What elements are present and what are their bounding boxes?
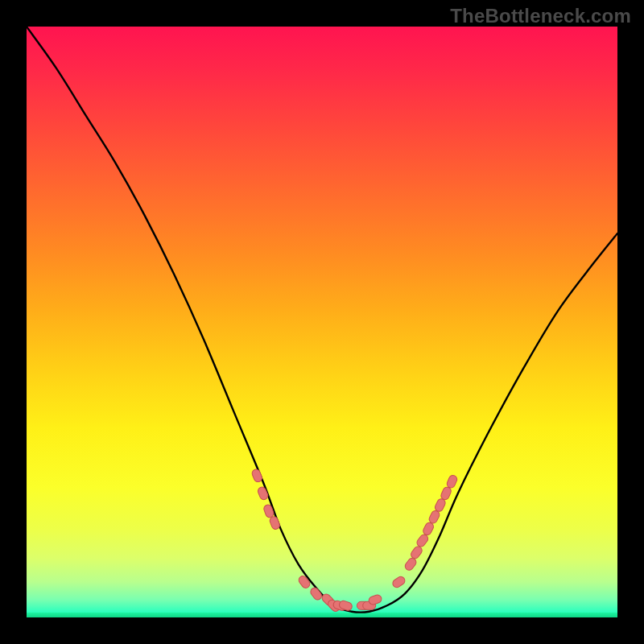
chart-overlay-svg: [27, 27, 617, 617]
highlight-marker: [403, 557, 418, 572]
svg-rect-12: [368, 594, 382, 606]
watermark-text: TheBottleneck.com: [450, 5, 631, 27]
plot-area: [27, 27, 617, 617]
highlight-marker: [297, 575, 312, 590]
svg-rect-3: [269, 515, 281, 530]
highlight-marker: [269, 515, 281, 530]
svg-rect-4: [297, 575, 312, 590]
highlight-marker: [257, 486, 269, 502]
highlight-marker: [368, 594, 382, 606]
marker-layer: [251, 468, 459, 613]
svg-rect-0: [251, 468, 263, 483]
svg-rect-5: [309, 586, 324, 601]
svg-rect-14: [403, 557, 418, 572]
highlight-marker: [391, 575, 407, 588]
bottleneck-curve-line: [27, 27, 617, 613]
svg-rect-13: [391, 575, 407, 588]
highlight-marker: [309, 586, 324, 601]
svg-rect-15: [410, 545, 424, 560]
chart-stage: TheBottleneck.com: [0, 0, 644, 644]
highlight-marker: [251, 468, 263, 483]
highlight-marker: [410, 545, 424, 560]
svg-rect-1: [257, 486, 269, 502]
